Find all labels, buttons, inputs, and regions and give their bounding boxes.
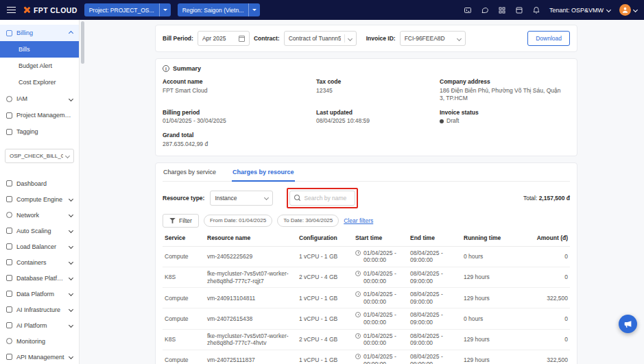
data-platform-icon [6, 291, 12, 297]
sidebar-item-database-platform[interactable]: Database Platform [0, 270, 79, 286]
sidebar-item-api-management[interactable]: API Management [0, 349, 79, 364]
cell-amount: 0 [564, 274, 568, 280]
search-box[interactable] [289, 191, 355, 206]
invoice-id-select[interactable]: FCI-96FEEA8D [400, 31, 466, 46]
sidebar-item-cost-explorer[interactable]: Cost Explorer [0, 74, 79, 90]
col-end-time: End time [408, 230, 462, 247]
cell-start-time: 01/04/2025 - 00:00:00 [363, 270, 406, 284]
cell-running-time: 129 hours [464, 356, 490, 363]
scrollbar-thumb[interactable] [81, 21, 84, 64]
cell-configuration: 1 vCPU - 1 GB [299, 356, 337, 363]
feedback-fab[interactable] [619, 315, 637, 333]
billing-icon [6, 30, 12, 36]
sidebar-item-bills[interactable]: Bills [0, 41, 79, 58]
sidebar-item-compute-engine[interactable]: Compute Engine [0, 191, 79, 207]
sidebar-item-ai-infrastructure[interactable]: AI Infrastructure [0, 302, 79, 317]
sidebar-item-ai-platform[interactable]: AI Platform [0, 317, 79, 333]
console-icon[interactable] [464, 6, 472, 14]
project-caret-icon [159, 3, 171, 16]
avatar [619, 4, 631, 16]
tenant-selector[interactable]: Tenant: OSP&VMW [549, 7, 610, 14]
status-dot [440, 119, 444, 123]
sidebar-item-auto-scaling[interactable]: Auto Scaling [0, 223, 79, 239]
clear-filters-link[interactable]: Clear filters [344, 217, 373, 224]
col-service: Service [163, 230, 205, 247]
cell-start-time: 01/04/2025 - 00:00:00 [363, 311, 406, 326]
tab-charges-by-resource[interactable]: Charges by resource [232, 163, 295, 182]
col-running-time: Running time [462, 230, 510, 247]
cell-start-time: 01/04/2025 - 00:00:00 [363, 353, 406, 364]
search-input[interactable] [304, 195, 350, 202]
table-row: Compute vm-240725111837 1 vCPU - 1 GB 01… [163, 350, 570, 364]
compute-engine-icon [6, 196, 12, 202]
sidebar-item-containers[interactable]: Containers [0, 254, 79, 270]
sidebar-item-network[interactable]: Network [0, 207, 79, 223]
cell-end-time: 08/04/2025 - 09:00:00 [410, 250, 443, 264]
cell-configuration: 1 vCPU - 1 GB [299, 295, 337, 302]
sidebar-item-data-platform[interactable]: Data Platform [0, 286, 79, 302]
sidebar-item-load-balancer[interactable]: Load Balancer [0, 239, 79, 254]
cell-configuration: 2 vCPU - 4 GB [299, 336, 337, 343]
resource-type-select[interactable]: Instance [210, 191, 273, 206]
sidebar-item-billing[interactable]: Billing [0, 25, 79, 41]
cell-running-time: 129 hours [464, 336, 490, 343]
notification-bell-icon[interactable] [532, 6, 540, 14]
sidebar-item-monitoring[interactable]: Monitoring [0, 333, 79, 349]
cell-service: Compute [165, 356, 189, 363]
region-selector[interactable]: Region: Saigon (Vietn... [178, 3, 261, 16]
summary-field-tax-code: Tax code 12345 [316, 78, 440, 102]
user-menu-caret-icon [633, 8, 638, 12]
invoice-filter-bar: Bill Period: Apr 2025 Contract: Contract… [155, 25, 577, 52]
sidebar-item-dashboard[interactable]: Dashboard [0, 175, 79, 191]
col-amount: Amount (đ) [510, 230, 570, 247]
sidebar-item-tagging[interactable]: Tagging [0, 123, 79, 140]
bill-period-input[interactable]: Apr 2025 [198, 31, 250, 46]
cell-amount: 322,500 [547, 295, 568, 302]
project-scope-select[interactable]: OSP_CHECK_BILL_001 [5, 149, 74, 163]
top-header: FPT CLOUD Project: PROJECT_OS... Region:… [0, 0, 644, 20]
cell-running-time: 129 hours [464, 274, 490, 280]
region-caret-icon [248, 3, 260, 16]
annotation-rectangle [287, 188, 358, 208]
cell-end-time: 08/04/2025 - 09:00:00 [410, 353, 443, 364]
tab-charges-by-service[interactable]: Charges by service [163, 163, 217, 181]
download-button[interactable]: Download [527, 31, 570, 46]
cell-configuration: 2 vCPU - 4 GB [299, 274, 337, 280]
cell-running-time: 129 hours [464, 295, 490, 302]
filter-button[interactable]: Filter [163, 214, 199, 228]
project-selector[interactable]: Project: PROJECT_OS... [84, 3, 171, 16]
cell-resource-name: vm-240913104811 [207, 295, 255, 302]
invoice-id-label: Invoice ID: [366, 35, 396, 42]
cell-amount: 0 [564, 336, 568, 343]
brand-text: FPT CLOUD [34, 6, 77, 14]
docs-icon[interactable] [515, 6, 523, 14]
project-selector-label: Project: PROJECT_OS... [84, 7, 159, 14]
cell-end-time: 08/04/2025 - 09:00:00 [410, 270, 443, 284]
monitoring-icon [6, 338, 12, 344]
dashboard-icon [6, 180, 12, 186]
user-menu[interactable] [619, 4, 637, 16]
sidebar-item-iam[interactable]: IAM [0, 90, 79, 107]
cell-configuration: 1 vCPU - 1 GB [299, 253, 337, 260]
fpt-cloud-billing-page: FPT CLOUD Project: PROJECT_OS... Region:… [0, 0, 644, 364]
iam-icon [6, 96, 12, 102]
chat-icon[interactable] [481, 6, 489, 14]
header-icon-group: Tenant: OSP&VMW [464, 4, 637, 16]
fpt-cloud-logo[interactable]: FPT CLOUD [23, 6, 77, 14]
sidebar-item-project-management[interactable]: Project Management [0, 107, 79, 123]
apps-grid-icon[interactable] [498, 6, 506, 14]
search-icon [294, 195, 300, 201]
cell-start-time: 01/04/2025 - 00:00:00 [363, 332, 406, 347]
to-date-chip[interactable]: To Date: 30/04/2025 [277, 215, 339, 227]
total-amount: Total: 2,157,500 đ [523, 195, 570, 202]
hamburger-menu-icon[interactable] [7, 7, 16, 13]
contract-select[interactable]: Contract of Tuannn52... [284, 31, 357, 46]
from-date-chip[interactable]: From Date: 01/04/2025 [204, 215, 272, 227]
contract-caret-icon [348, 36, 353, 40]
funnel-icon [169, 218, 176, 223]
cell-service: Compute [165, 253, 189, 260]
sidebar-item-budget-alert[interactable]: Budget Alert [0, 58, 79, 74]
schedule-icon [355, 250, 361, 256]
table-row: K8S fke-mycluster-7vs5vt07-worker-zhe8q8… [163, 329, 570, 350]
summary-field-invoice-status: Invoice status Draft [440, 109, 570, 125]
